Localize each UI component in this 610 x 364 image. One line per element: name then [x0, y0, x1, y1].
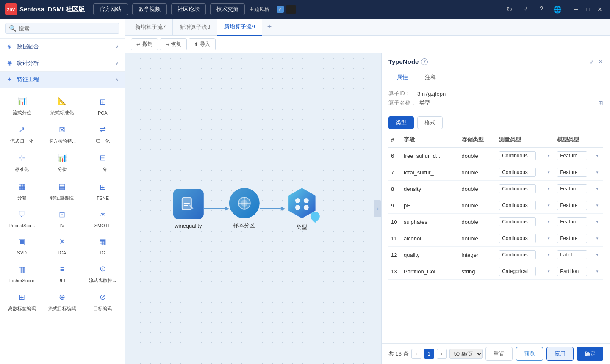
tab-annotation[interactable]: 注释: [416, 70, 444, 85]
apply-button[interactable]: 应用: [546, 347, 574, 361]
tab-add-button[interactable]: +: [262, 19, 277, 36]
winequality-node-box[interactable]: [173, 189, 203, 219]
sidebar-item-regression[interactable]: ⇌ 归一化: [83, 119, 123, 148]
import-button[interactable]: ⬆ 导入: [189, 38, 216, 50]
redo-button[interactable]: ↪ 恢复: [160, 38, 187, 50]
search-input[interactable]: [19, 25, 116, 32]
panel-expand-icon[interactable]: ⤢: [589, 58, 594, 65]
window-controls: ─ □ ✕: [571, 4, 605, 14]
sidebar-item-standardize[interactable]: ⊹ 标准化: [2, 148, 42, 176]
model-select-0[interactable]: FeatureLabelPartitionNone: [557, 151, 587, 160]
tab-flow-8[interactable]: 新增算子流8: [173, 19, 217, 36]
undo-button[interactable]: ↩ 撤销: [131, 38, 158, 50]
panel-close-icon[interactable]: ✕: [598, 58, 603, 66]
sidebar-item-robustscaler[interactable]: ⛉ RobustSca...: [2, 204, 42, 232]
node-sample-partition[interactable]: 样本分区: [229, 188, 259, 229]
sidebar-item-target-encode[interactable]: ⊘ 目标编码: [83, 287, 123, 315]
sidebar-item-flow-target[interactable]: ⊕ 流式目标编码: [42, 287, 82, 315]
cell-num-3: 9: [388, 197, 401, 214]
confirm-button[interactable]: 确定: [577, 347, 603, 361]
tab-flow-9[interactable]: 新增算子流9: [217, 19, 262, 36]
tab-flow-7[interactable]: 新增算子流7: [128, 19, 173, 36]
ig-icon: ▦: [96, 235, 109, 248]
sidebar-item-binning[interactable]: ▦ 分箱: [2, 176, 42, 204]
sidebar-item-fisherscore[interactable]: ▥ FisherScore: [2, 259, 42, 287]
section-stat-analysis-header[interactable]: ◉ 统计分析 ∨: [0, 55, 125, 71]
table-body: 6 free_sulfur_d... double ContinuousCate…: [388, 147, 603, 280]
sidebar-item-binarize[interactable]: ⊟ 二分: [83, 148, 123, 176]
winequality-label: winequality: [175, 223, 202, 229]
sidebar-item-quantile[interactable]: 📊 分位: [42, 148, 82, 176]
sidebar-item-iv[interactable]: ⊡ IV: [42, 204, 82, 232]
page-size-select[interactable]: 50 条/页: [449, 349, 483, 359]
measure-select-6[interactable]: ContinuousCategoricalOrdinalFlag: [499, 250, 536, 259]
model-select-2[interactable]: FeatureLabelPartitionNone: [557, 184, 587, 193]
cell-field-0: free_sulfur_d...: [401, 147, 459, 164]
model-select-6[interactable]: FeatureLabelPartitionNone: [557, 250, 587, 259]
theme-dark-icon[interactable]: [286, 5, 296, 14]
sidebar-item-tsne[interactable]: ⊞ TSNE: [83, 176, 123, 204]
panel-help-icon[interactable]: ?: [421, 58, 428, 65]
fork-icon[interactable]: ⑂: [519, 3, 531, 15]
sidebar-item-smote[interactable]: ✶ SMOTE: [83, 204, 123, 232]
sidebar-item-flow-regression[interactable]: ↗ 流式归一化: [2, 119, 42, 148]
help-icon[interactable]: ?: [535, 3, 547, 15]
sidebar-item-rfe[interactable]: ≡ RFE: [42, 259, 82, 287]
section-data-fusion-header[interactable]: ◈ 数据融合 ∨: [0, 39, 125, 55]
prev-page-button[interactable]: ‹: [411, 349, 421, 359]
expand-panel-button[interactable]: ›: [374, 200, 381, 217]
sidebar-item-flow-split[interactable]: 📊 流式分位: [2, 91, 42, 119]
flow-split-icon: 📊: [15, 94, 29, 108]
globe-icon[interactable]: 🌐: [552, 3, 563, 15]
sidebar-item-pca[interactable]: ⊞ PCA: [83, 91, 123, 119]
sidebar-item-ica[interactable]: ✕ ICA: [42, 232, 82, 259]
model-select-7[interactable]: FeatureLabelPartitionNone: [557, 267, 587, 276]
tech-exchange-button[interactable]: 技术交流: [210, 3, 245, 15]
subtab-format-button[interactable]: 格式: [417, 116, 443, 129]
sidebar-item-ig[interactable]: ▦ IG: [83, 232, 123, 259]
model-select-5[interactable]: FeatureLabelPartitionNone: [557, 234, 587, 243]
official-site-button[interactable]: 官方网站: [93, 3, 128, 15]
current-page-button[interactable]: 1: [424, 349, 434, 359]
measure-select-2[interactable]: ContinuousCategoricalOrdinalFlag: [499, 184, 536, 193]
binarize-label: 二分: [98, 166, 107, 173]
measure-dropdown-wrap-0: ContinuousCategoricalOrdinalFlag: [499, 151, 552, 160]
node-winequality[interactable]: winequality: [173, 189, 203, 229]
section-feature-eng-header[interactable]: ✦ 特征工程 ∧: [0, 72, 125, 88]
next-page-button[interactable]: ›: [437, 349, 447, 359]
model-select-3[interactable]: FeatureLabelPartitionNone: [557, 201, 587, 210]
sidebar-item-sparse-encode[interactable]: ⊞ 离散标签编码: [2, 287, 42, 315]
sidebar-item-flow-normalize[interactable]: 📐 流式标准化: [42, 91, 82, 119]
type-node-box[interactable]: [285, 186, 319, 220]
measure-select-7[interactable]: ContinuousCategoricalOrdinalFlag: [499, 267, 536, 276]
theme-check-icon[interactable]: ✓: [277, 6, 284, 13]
forum-button[interactable]: 社区论坛: [171, 3, 206, 15]
subtab-type-button[interactable]: 类型: [388, 116, 414, 129]
measure-select-4[interactable]: ContinuousCategoricalOrdinalFlag: [499, 217, 536, 226]
sidebar-item-flow-discrete[interactable]: ⊙ 流式离散特...: [83, 259, 123, 287]
node-type[interactable]: 类型: [285, 186, 319, 231]
close-button[interactable]: ✕: [595, 4, 605, 14]
sidebar-item-feat-importance[interactable]: ▤ 特征重要性: [42, 176, 82, 204]
model-select-4[interactable]: FeatureLabelPartitionNone: [557, 217, 587, 226]
reset-button[interactable]: 重置: [485, 347, 513, 361]
tutorial-video-button[interactable]: 教学视频: [132, 3, 167, 15]
sample-partition-node-box[interactable]: [229, 188, 259, 218]
flow-discrete-label: 流式离散特...: [89, 277, 116, 284]
refresh-icon[interactable]: ↻: [503, 3, 515, 15]
measure-select-1[interactable]: ContinuousCategoricalOrdinalFlag: [499, 168, 536, 177]
canvas-area[interactable]: winequality: [125, 53, 381, 364]
measure-select-3[interactable]: ContinuousCategoricalOrdinalFlag: [499, 201, 536, 210]
sidebar-item-svd[interactable]: ▣ SVD: [2, 232, 42, 259]
panel-copy-icon[interactable]: ⊞: [598, 99, 603, 106]
sidebar-item-chi-square[interactable]: ⊠ 卡方检验特...: [42, 119, 82, 148]
measure-select-0[interactable]: ContinuousCategoricalOrdinalFlag: [499, 151, 536, 160]
main-layout: 🔍 ◈ 数据融合 ∨ ◉ 统计分析 ∨: [0, 19, 610, 364]
sidebar-search-area: 🔍: [0, 19, 125, 39]
tab-properties[interactable]: 属性: [388, 70, 416, 85]
model-select-1[interactable]: FeatureLabelPartitionNone: [557, 168, 587, 177]
preview-button[interactable]: 预览: [516, 347, 543, 361]
measure-select-5[interactable]: ContinuousCategoricalOrdinalFlag: [499, 234, 536, 243]
maximize-button[interactable]: □: [583, 4, 593, 14]
minimize-button[interactable]: ─: [571, 4, 581, 14]
